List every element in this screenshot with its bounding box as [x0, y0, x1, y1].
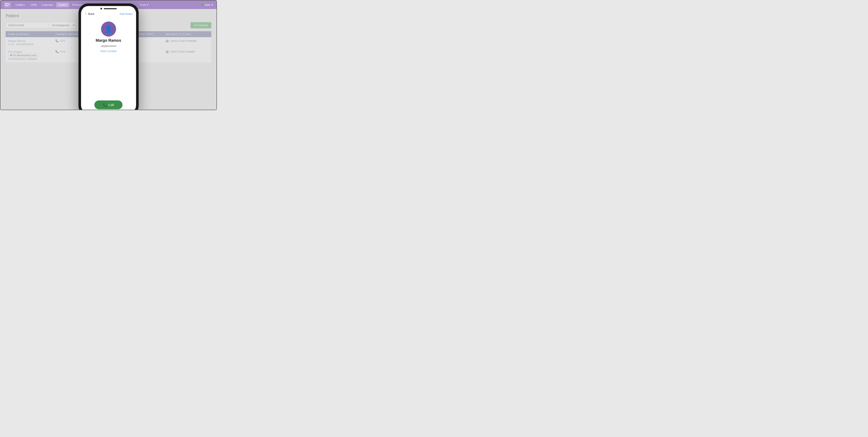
back-arrow-icon: ← [85, 12, 88, 16]
contact-phone: +919•••••••••• [100, 45, 117, 48]
add-notes-button[interactable]: Add Notes [120, 12, 133, 16]
nav-callbox[interactable]: CallBox [13, 2, 27, 7]
view-contact-button[interactable]: View Contact [100, 50, 117, 53]
phone-call-icon: 📞 [103, 103, 106, 107]
phone-modal-overlay: ← Back Add Notes 👤 Margo Ramos +919•••••… [0, 9, 216, 110]
phone-header: ← Back Add Notes [81, 10, 136, 17]
call-button[interactable]: 📞 Call [94, 100, 123, 109]
avatar-person-icon: 👤 [104, 25, 113, 33]
phone-camera [100, 8, 102, 9]
phone-content: ← Back Add Notes 👤 Margo Ramos +919•••••… [81, 10, 136, 110]
nav-calendar[interactable]: Calendar [40, 2, 56, 7]
online-status-dot [202, 4, 203, 6]
back-label: Back [88, 12, 95, 16]
nav-user[interactable]: Aarti [205, 3, 210, 6]
contact-avatar: 👤 [101, 22, 116, 36]
phone-screen: ← Back Add Notes 👤 Margo Ramos +919•••••… [81, 6, 136, 110]
app-logo[interactable]: Cⁿ [4, 2, 11, 7]
call-section: 📞 Call [81, 97, 136, 110]
call-label: Call [108, 103, 114, 107]
nav-crm[interactable]: CRM [28, 2, 39, 7]
nav-tools[interactable]: Tools ▾ [137, 2, 151, 7]
nav-right: Aarti ▾ [202, 3, 213, 6]
nav-patient[interactable]: Patient [56, 2, 69, 7]
contact-name: Margo Ramos [96, 38, 121, 43]
phone-speaker [104, 8, 117, 9]
user-dropdown-icon[interactable]: ▾ [212, 3, 213, 6]
main-content: Patient All Categories All Patients NAME… [0, 9, 216, 110]
contact-section: 👤 Margo Ramos +919•••••••••• View Contac… [81, 17, 136, 56]
phone-notch [81, 6, 136, 10]
back-button[interactable]: ← Back [85, 12, 95, 16]
phone-mockup: ← Back Add Notes 👤 Margo Ramos +919•••••… [79, 3, 138, 110]
